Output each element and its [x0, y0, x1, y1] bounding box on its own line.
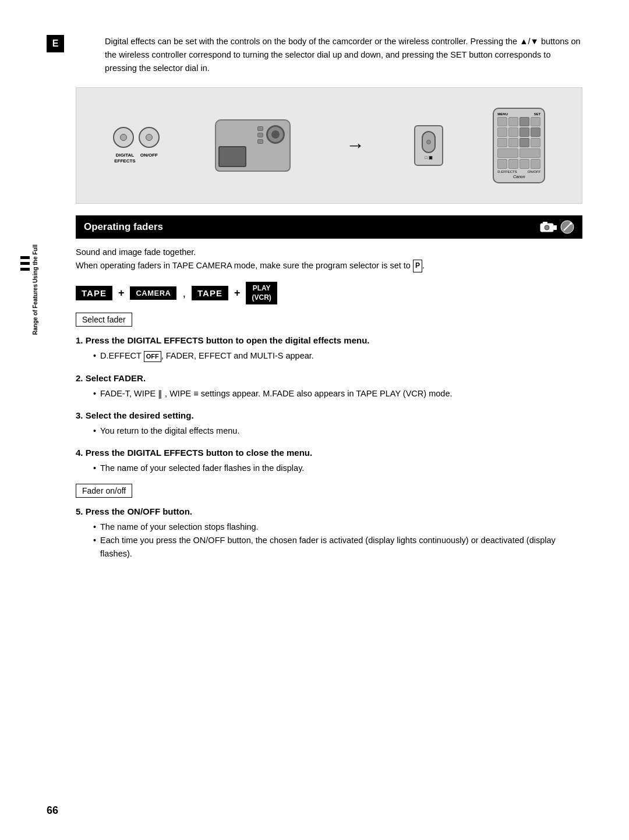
svg-rect-3: [553, 225, 557, 230]
remote-btn-right: [531, 127, 540, 137]
intro-text: Digital effects can be set with the cont…: [105, 35, 582, 76]
remote-set-label: SET: [534, 112, 541, 116]
scroll-device: □ ▣: [414, 125, 443, 166]
remote-control: MENU SET: [493, 108, 545, 183]
remote-btn-r2c2: [508, 127, 518, 137]
step-4-title: 4. Press the DIGITAL EFFECTS button to c…: [76, 448, 312, 458]
step-5: 5. Press the ON/OFF button. The name of …: [76, 505, 582, 561]
remote-btn-up: [520, 117, 529, 126]
step-5-title: 5. Press the ON/OFF button.: [76, 506, 192, 516]
cam-buttons: [257, 126, 263, 144]
remote-btn-r1c1: [497, 117, 507, 126]
body-line1: Sound and image fade together.: [76, 246, 582, 259]
remote-btn-grid: [497, 117, 540, 169]
step-3-title: 3. Select the desired setting.: [76, 410, 194, 420]
remote-btn-r2c1: [497, 127, 507, 137]
remote-btn-r5c3: [520, 159, 529, 168]
dial-label-digital: DIGITALEFFECTS: [114, 153, 135, 164]
step-3-bullets: You return to the digital effects menu.: [93, 424, 582, 438]
step-4-bullet-1: The name of your selected fader flashes …: [93, 462, 582, 475]
vcr-label: (VCR): [252, 293, 271, 303]
page-container: E Using the Full Range of Features Digit…: [0, 0, 629, 840]
step-2-bullets: FADE-T, WIPE ‖ , WIPE ≡ settings appear.…: [93, 387, 582, 400]
cam-btn-3: [257, 139, 263, 144]
diagram-area: DIGITALEFFECTS ON/OFF →: [76, 87, 582, 204]
play-label: PLAY: [252, 284, 271, 293]
remote-onoff-label: ON/OFF: [528, 170, 541, 173]
step-3: 3. Select the desired setting. You retur…: [76, 409, 582, 438]
step-4: 4. Press the DIGITAL EFFECTS button to c…: [76, 446, 582, 475]
cam-btn-1: [257, 126, 263, 131]
wand-icon: [560, 220, 574, 234]
remote-menu-label: MENU: [497, 112, 508, 116]
e-badge: E: [47, 35, 64, 52]
camera-icon: [539, 221, 557, 233]
plus-1: +: [118, 287, 125, 299]
remote-btn-r5c2: [508, 159, 518, 168]
remote-btn-wide2: [520, 148, 540, 158]
scroll-btn: [426, 140, 431, 144]
select-fader-box: Select fader: [76, 313, 132, 327]
cam-main: [215, 119, 291, 172]
step-2: 2. Select FADER. FADE-T, WIPE ‖ , WIPE ≡…: [76, 371, 582, 400]
dial-circle-2: [139, 127, 160, 148]
remote-btn-down: [520, 138, 529, 147]
dial-circles: [113, 127, 160, 148]
arrow-right: →: [346, 134, 365, 156]
step-1-bullet-1: D.EFFECT OFF, FADER, EFFECT and MULTI-S …: [93, 349, 582, 363]
section-header: Operating faders: [76, 215, 582, 239]
off-badge: OFF: [144, 351, 161, 363]
remote-btn-left: [520, 127, 529, 137]
remote-brand: Canon: [497, 175, 540, 179]
cam-screen: [218, 146, 246, 167]
sidebar-text-line2: Range of Features: [32, 284, 39, 335]
svg-point-7: [570, 222, 572, 225]
comma: ,: [182, 286, 186, 300]
remote-btn-r5c4: [531, 159, 540, 168]
remote-bottom-labels: D.EFFECTS ON/OFF: [497, 170, 540, 173]
scroll-wheel: [422, 131, 436, 153]
header-icons: [539, 220, 574, 234]
tape-camera-row: TAPE + CAMERA , TAPE + PLAY (VCR): [76, 282, 582, 304]
sidebar-line-1: [20, 256, 30, 259]
step-2-bullet-1: FADE-T, WIPE ‖ , WIPE ≡ settings appear.…: [93, 387, 582, 400]
fader-onoff-box: Fader on/off: [76, 484, 132, 498]
body-text: Sound and image fade together. When oper…: [76, 246, 582, 272]
sidebar-decoration: [20, 256, 30, 271]
cam-lens-inner: [271, 130, 280, 139]
remote-btn-r1c4: [531, 117, 540, 126]
dial-circle-inner-1: [120, 134, 127, 141]
dial-circle-1: [113, 127, 134, 148]
step-3-bullet-1: You return to the digital effects menu.: [93, 424, 582, 438]
step-5-bullets: The name of your selection stops flashin…: [93, 520, 582, 561]
remote-btn-r5c1: [497, 159, 507, 168]
step-1-bullets: D.EFFECT OFF, FADER, EFFECT and MULTI-S …: [93, 349, 582, 363]
cam-lens: [266, 125, 285, 144]
camera-badge: CAMERA: [130, 286, 176, 300]
dial-label-onoff: ON/OFF: [140, 153, 158, 164]
step-5-bullet-2: Each time you press the ON/OFF button, t…: [93, 534, 582, 561]
p-symbol: P: [413, 260, 422, 272]
tape-badge-2: TAPE: [192, 286, 228, 300]
page-number: 66: [47, 804, 58, 817]
sidebar-text-line1: Using the Full: [32, 244, 39, 283]
camcorder-body: [209, 111, 296, 180]
step-1: 1. Press the DIGITAL EFFECTS button to o…: [76, 334, 582, 363]
step-5-bullet-1: The name of your selection stops flashin…: [93, 520, 582, 534]
remote-btn-wide1: [497, 148, 518, 158]
remote-btn-r1c2: [508, 117, 518, 126]
sidebar-line-2: [20, 262, 30, 265]
play-vcr-badge: PLAY (VCR): [246, 282, 277, 304]
scroll-label: □ ▣: [425, 155, 433, 160]
remote-btn-r3c4: [531, 138, 540, 147]
remote-top-labels: MENU SET: [497, 112, 540, 116]
remote-deffects-label: D.EFFECTS: [497, 170, 517, 173]
section-header-title: Operating faders: [84, 221, 163, 233]
sidebar-text-area: Using the Full Range of Features: [32, 244, 39, 335]
svg-point-2: [545, 226, 549, 229]
step-2-title: 2. Select FADER.: [76, 373, 146, 383]
step-4-bullets: The name of your selected fader flashes …: [93, 462, 582, 475]
remote-btn-r3c1: [497, 138, 507, 147]
cam-btn-2: [257, 133, 263, 137]
dial-circle-inner-2: [146, 134, 153, 141]
